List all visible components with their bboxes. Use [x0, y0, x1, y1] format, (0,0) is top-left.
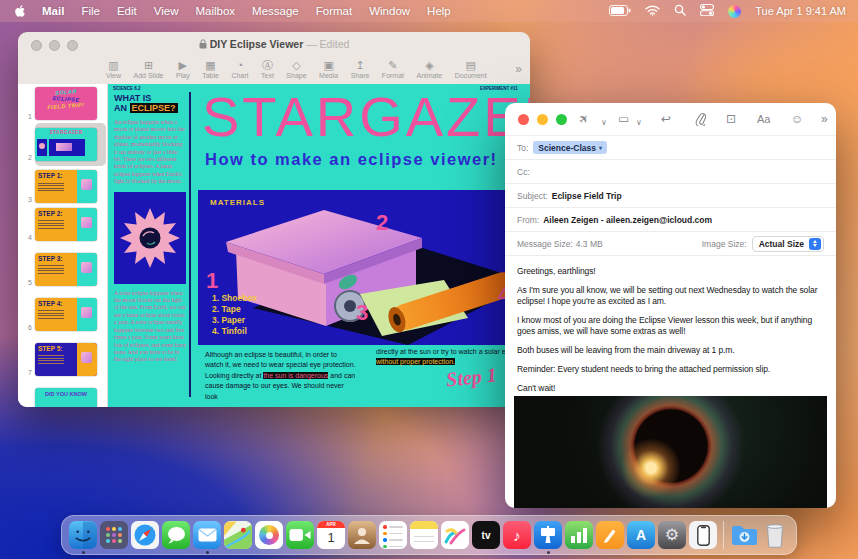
- apple-menu-icon[interactable]: [14, 4, 26, 18]
- dock-downloads-folder[interactable]: [730, 521, 758, 549]
- dock-freeform[interactable]: [441, 521, 469, 549]
- dock-reminders[interactable]: [379, 521, 407, 549]
- siri-icon[interactable]: [728, 5, 741, 18]
- compose-icon[interactable]: ⊡: [726, 111, 736, 127]
- image-size-popup[interactable]: Actual Size: [752, 236, 824, 252]
- menu-app-name[interactable]: Mail: [42, 5, 64, 17]
- dock-trash[interactable]: [761, 521, 789, 549]
- document-button[interactable]: ▤Document: [455, 59, 487, 80]
- menu-message[interactable]: Message: [252, 5, 299, 17]
- add-slide-button[interactable]: ⊞Add Slide: [134, 59, 164, 80]
- to-field[interactable]: To: Science-Class▾: [505, 136, 836, 160]
- dock-keynote[interactable]: [534, 521, 562, 549]
- send-icon[interactable]: ✈: [575, 110, 593, 129]
- slide-thumbnail-1[interactable]: SOLAR ECLIPSE FIELD TRIP!: [35, 87, 97, 120]
- minimize-button[interactable]: [537, 114, 548, 125]
- wifi-icon[interactable]: [645, 5, 660, 18]
- battery-icon[interactable]: [609, 5, 631, 18]
- dock-finder[interactable]: [69, 521, 97, 549]
- dock-numbers[interactable]: [565, 521, 593, 549]
- close-button[interactable]: [518, 114, 529, 125]
- dock-messages[interactable]: [162, 521, 190, 549]
- slide-thumbnail-3[interactable]: STEP 1:: [35, 170, 97, 203]
- slide-thumbnail-2[interactable]: STARGAZER: [35, 128, 97, 161]
- menu-format[interactable]: Format: [316, 5, 352, 17]
- menu-file[interactable]: File: [81, 5, 100, 17]
- mail-header-fields: To: Science-Class▾ Cc: Subject: Eclipse …: [505, 135, 836, 256]
- dock-maps[interactable]: [224, 521, 252, 549]
- play-button[interactable]: ▶Play: [176, 59, 190, 80]
- eclipse-attachment-image[interactable]: [514, 396, 827, 508]
- document-icon: ▤: [465, 59, 475, 71]
- slide-row-5[interactable]: 5 STEP 3:: [18, 253, 108, 286]
- format-button[interactable]: ✎Format: [382, 59, 404, 80]
- share-button[interactable]: ↥Share: [351, 59, 370, 80]
- search-icon[interactable]: [674, 4, 686, 18]
- dock-app-store[interactable]: A: [627, 521, 655, 549]
- table-button[interactable]: ▦Table: [202, 59, 219, 80]
- slide-row-7[interactable]: 7 STEP 5:: [18, 343, 108, 376]
- slide-subtitle[interactable]: How to make an eclipse viewer!: [205, 150, 498, 169]
- view-button[interactable]: ▥View: [106, 59, 121, 80]
- materials-panel[interactable]: MATERIALS 1 2 3 4 1. Shoebox 2. Tape 3. …: [198, 190, 530, 345]
- menu-bar-clock[interactable]: Tue Apr 1 9:41 AM: [755, 5, 846, 17]
- media-button[interactable]: ▣Media: [319, 59, 338, 80]
- dock-facetime[interactable]: [286, 521, 314, 549]
- menu-help[interactable]: Help: [427, 5, 451, 17]
- item-number-1: 1: [206, 268, 218, 294]
- slide-row-2[interactable]: 2 STARGAZER: [18, 128, 108, 161]
- menu-edit[interactable]: Edit: [117, 5, 137, 17]
- mail-window-controls[interactable]: [518, 114, 567, 125]
- dock-iphone-mirroring[interactable]: [689, 521, 717, 549]
- left-column: WHAT IS AN ECLIPSE? An eclipse happens w…: [114, 93, 186, 364]
- dock-calendar[interactable]: APR1: [317, 521, 345, 549]
- dock-system-settings[interactable]: ⚙: [658, 521, 686, 549]
- slide-row-1[interactable]: 1 SOLAR ECLIPSE FIELD TRIP!: [18, 87, 108, 120]
- dock-safari[interactable]: [131, 521, 159, 549]
- shape-button[interactable]: ◇Shape: [286, 59, 306, 80]
- dock-music[interactable]: ♪: [503, 521, 531, 549]
- toolbar-overflow-chevron[interactable]: »: [821, 111, 828, 127]
- header-chevron-icon[interactable]: ∨: [636, 115, 642, 131]
- from-field[interactable]: From: Aileen Zeigen - aileen.zeigen@iclo…: [505, 208, 836, 232]
- dock-contacts[interactable]: [348, 521, 376, 549]
- slide-thumbnail-5[interactable]: STEP 3:: [35, 253, 97, 286]
- menu-window[interactable]: Window: [369, 5, 410, 17]
- dock-launchpad[interactable]: [100, 521, 128, 549]
- slide-row-8[interactable]: DID YOU KNOW: [18, 388, 108, 407]
- text-button[interactable]: ⒶText: [261, 59, 274, 80]
- emoji-icon[interactable]: ☺: [791, 111, 803, 127]
- toolbar-overflow-chevron[interactable]: »: [515, 62, 522, 76]
- menu-mailbox[interactable]: Mailbox: [195, 5, 235, 17]
- cc-field[interactable]: Cc:: [505, 160, 836, 184]
- slide-thumbnail-6[interactable]: STEP 4:: [35, 298, 97, 331]
- subject-field[interactable]: Subject: Eclipse Field Trip: [505, 184, 836, 208]
- slide-row-3[interactable]: 3 STEP 1:: [18, 170, 108, 203]
- zoom-button[interactable]: [556, 114, 567, 125]
- slide-title[interactable]: STARGAZER: [202, 84, 530, 149]
- view-icon: ▥: [108, 59, 118, 71]
- body-paragraph: Both buses will be leaving from the main…: [517, 345, 824, 356]
- control-center-icon[interactable]: [700, 4, 714, 18]
- header-fields-icon[interactable]: ▭: [618, 111, 629, 127]
- slide-row-6[interactable]: 6 STEP 4:: [18, 298, 108, 331]
- slide-canvas[interactable]: SCIENCE 6.2 EXPERIMENT #11 STARGAZER How…: [108, 84, 530, 407]
- menu-view[interactable]: View: [154, 5, 179, 17]
- dock-apple-tv[interactable]: tv: [472, 521, 500, 549]
- slide-row-4[interactable]: 4 STEP 2:: [18, 208, 108, 241]
- format-aa-icon[interactable]: Aa: [757, 111, 770, 127]
- step-callout: Step 1: [445, 363, 498, 391]
- send-chevron-icon[interactable]: ∨: [601, 115, 607, 131]
- dock-pages[interactable]: [596, 521, 624, 549]
- attach-icon[interactable]: [695, 112, 706, 130]
- recipient-token[interactable]: Science-Class▾: [533, 141, 607, 154]
- slide-thumbnail-7[interactable]: STEP 5:: [35, 343, 97, 376]
- chart-button[interactable]: ◔Chart: [231, 59, 248, 80]
- dock-notes[interactable]: [410, 521, 438, 549]
- animate-button[interactable]: ◈Animate: [417, 59, 443, 80]
- slide-thumbnail-4[interactable]: STEP 2:: [35, 208, 97, 241]
- dock-mail[interactable]: [193, 521, 221, 549]
- dock-photos[interactable]: [255, 521, 283, 549]
- reply-icon[interactable]: ↩: [661, 111, 671, 127]
- slide-thumbnail-8[interactable]: DID YOU KNOW: [35, 388, 97, 407]
